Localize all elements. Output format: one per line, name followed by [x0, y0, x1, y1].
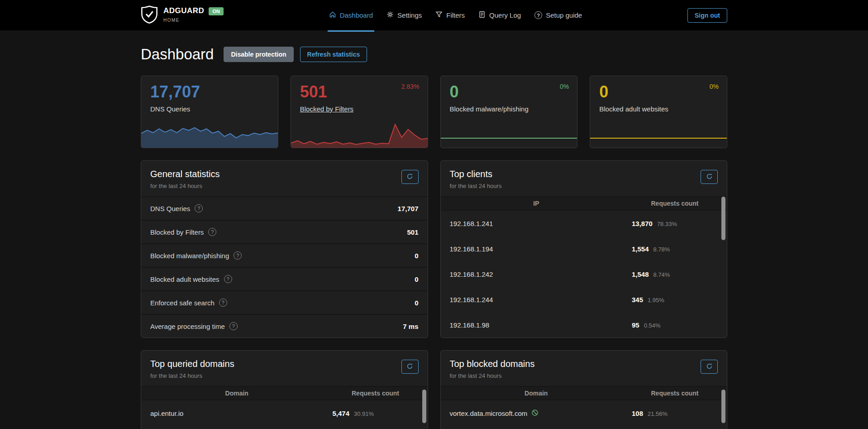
- stat-row-value: 7 ms: [403, 323, 418, 330]
- help-icon[interactable]: ?: [234, 251, 242, 260]
- panel-subtitle: for the last 24 hours: [450, 372, 718, 379]
- blocked-adult-label: Blocked adult websites: [599, 105, 727, 113]
- nav-item-dashboard[interactable]: Dashboard: [322, 0, 380, 30]
- client-row: 192.168.1.98 950.54%: [441, 312, 727, 337]
- request-count: 1,548: [632, 270, 649, 278]
- request-count: 1,554: [632, 245, 649, 253]
- funnel-icon: [435, 11, 443, 19]
- stat-card-dns-queries: 17,707 DNS Queries: [141, 76, 278, 148]
- stat-row-label: Blocked by Filters?: [150, 228, 216, 236]
- help-icon[interactable]: ?: [219, 299, 227, 307]
- column-header-requests-count: Requests count: [632, 200, 718, 207]
- nav-label: Dashboard: [340, 11, 373, 19]
- page-header: Dashboard Disable protection Refresh sta…: [141, 46, 727, 63]
- refresh-general-stats-button[interactable]: [401, 170, 419, 184]
- nav-item-query-log[interactable]: Query Log: [472, 0, 528, 30]
- stat-row-label: Enforced safe search?: [150, 299, 227, 307]
- stat-row-label: Blocked adult websites?: [150, 275, 232, 283]
- brand-subtitle: HOME: [163, 18, 180, 23]
- request-percent: 8.74%: [653, 271, 670, 278]
- refresh-top-clients-button[interactable]: [701, 170, 718, 184]
- sign-out-button[interactable]: Sign out: [687, 8, 727, 23]
- stat-row-label: Blocked malware/phishing?: [150, 251, 242, 260]
- nav-label: Settings: [397, 11, 422, 19]
- active-tab-underline: [328, 30, 374, 32]
- stat-row-value: 0: [415, 275, 418, 283]
- stat-row-label: Average processing time?: [150, 322, 238, 330]
- refresh-icon: [406, 363, 413, 371]
- panel-subtitle: for the last 24 hours: [450, 183, 718, 189]
- blocked-adult-value: 0: [599, 82, 727, 101]
- protection-on-badge: ON: [209, 7, 224, 15]
- column-header-ip: IP: [441, 200, 632, 207]
- client-ip: 192.168.1.194: [450, 245, 632, 253]
- disable-protection-button[interactable]: Disable protection: [224, 47, 293, 62]
- dns-queries-sparkline-chart: [141, 121, 278, 148]
- table-header-row: Domain Requests count: [141, 386, 428, 400]
- gear-icon: [386, 11, 394, 19]
- request-count: 5,474: [333, 410, 350, 417]
- stat-row-value: 501: [407, 228, 418, 236]
- help-icon[interactable]: ?: [224, 275, 232, 283]
- general-stat-row: Enforced safe search? 0: [141, 290, 428, 314]
- stat-card-blocked-by-filters: 501 2.83% Blocked by Filters: [291, 76, 428, 148]
- help-icon[interactable]: ?: [208, 228, 216, 236]
- stat-row-value: 17,707: [398, 205, 419, 212]
- column-header-domain: Domain: [141, 390, 333, 397]
- client-ip: 192.168.1.98: [450, 321, 632, 329]
- panel-subtitle: for the last 24 hours: [150, 372, 419, 379]
- column-header-requests-count: Requests count: [632, 390, 718, 397]
- adguard-brand: ADGUARD ON HOME: [141, 5, 224, 26]
- dashboard-icon: [329, 11, 336, 19]
- help-circle-icon: ?: [534, 11, 542, 19]
- top-clients-panel: Top clients for the last 24 hours IP Req…: [440, 160, 728, 338]
- stat-row-value: 0: [415, 299, 418, 307]
- panel-title: Top blocked domains: [450, 359, 718, 369]
- scrollbar-thumb[interactable]: [721, 390, 725, 423]
- blocked-malware-percent: 0%: [560, 83, 569, 90]
- general-stat-row: Blocked by Filters? 501: [141, 220, 428, 243]
- refresh-icon: [406, 173, 413, 181]
- request-percent: 1.95%: [648, 297, 664, 304]
- general-stat-row: Blocked malware/phishing? 0: [141, 243, 428, 267]
- request-percent: 8.78%: [653, 246, 670, 253]
- panel-subtitle: for the last 24 hours: [150, 183, 419, 189]
- help-icon[interactable]: ?: [195, 204, 203, 212]
- blocked-filters-link[interactable]: Blocked by Filters: [300, 105, 428, 113]
- blocked-adult-sparkline-chart: [590, 124, 727, 140]
- refresh-top-queried-button[interactable]: [401, 360, 419, 374]
- refresh-top-blocked-button[interactable]: [701, 360, 718, 374]
- page-title: Dashboard: [141, 46, 214, 63]
- column-header-requests-count: Requests count: [333, 390, 419, 397]
- refresh-icon: [706, 173, 713, 181]
- general-statistics-panel: General statistics for the last 24 hours…: [141, 160, 428, 338]
- scrollbar-thumb[interactable]: [422, 390, 426, 423]
- nav-label: Setup guide: [546, 11, 582, 19]
- general-stat-row: Blocked adult websites? 0: [141, 267, 428, 290]
- table-header-row: Domain Requests count: [441, 386, 727, 400]
- general-stat-row: DNS Queries? 17,707: [141, 196, 428, 220]
- refresh-statistics-button[interactable]: Refresh statistics: [300, 47, 367, 62]
- request-percent: 30.91%: [354, 410, 374, 417]
- scrollbar-thumb[interactable]: [721, 197, 725, 240]
- request-percent: 78.33%: [657, 221, 677, 227]
- nav-item-setup-guide[interactable]: ? Setup guide: [528, 0, 589, 30]
- nav-item-filters[interactable]: Filters: [429, 0, 472, 30]
- general-stat-row: Average processing time? 7 ms: [141, 314, 428, 337]
- document-icon: [478, 11, 486, 19]
- blocked-filters-percent: 2.83%: [401, 83, 420, 90]
- panel-title: General statistics: [150, 169, 419, 179]
- client-ip: 192.168.1.242: [450, 270, 632, 278]
- nav-item-settings[interactable]: Settings: [380, 0, 429, 30]
- help-icon[interactable]: ?: [229, 322, 238, 330]
- request-count: 13,870: [632, 220, 653, 227]
- main-nav: Dashboard Settings Filters: [322, 0, 589, 30]
- table-header-row: IP Requests count: [441, 196, 727, 211]
- blocked-malware-sparkline-chart: [441, 124, 577, 140]
- stat-cards-row: 17,707 DNS Queries 501 2.83% Blocked by …: [141, 76, 727, 148]
- brand-name: ADGUARD: [163, 7, 204, 15]
- request-count: 108: [632, 410, 643, 417]
- panel-title: Top queried domains: [150, 359, 419, 369]
- top-navbar: ADGUARD ON HOME Dashboard: [0, 0, 868, 30]
- client-row: 192.168.1.194 1,5548.78%: [441, 236, 727, 261]
